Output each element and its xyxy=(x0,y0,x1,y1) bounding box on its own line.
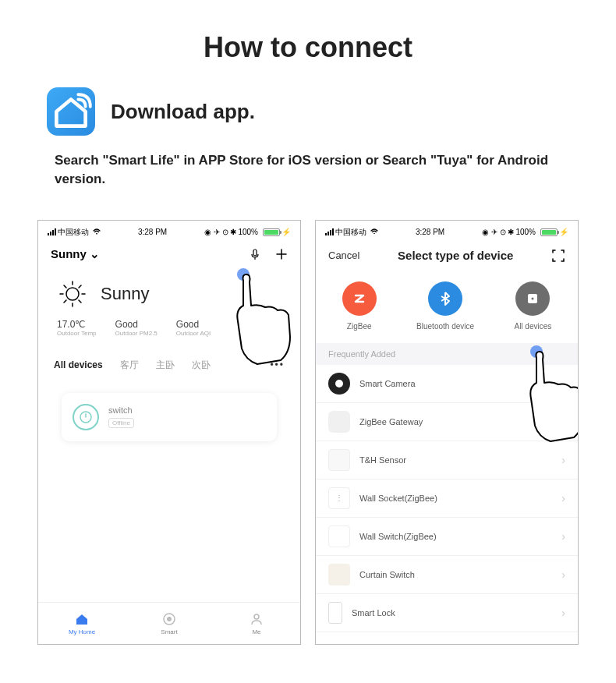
svg-point-18 xyxy=(532,297,534,299)
device-type-row: ZigBee Bluetooth device All devices xyxy=(316,272,578,343)
cancel-button[interactable]: Cancel xyxy=(328,249,359,261)
select-device-header: Cancel Select type of device xyxy=(316,244,578,272)
more-icon[interactable]: ••• xyxy=(270,359,285,370)
phone-screenshot-select-device: 中国移动 3:28 PM ◉ ✈ ⊙ ✱ 100% ⚡ Cancel Selec… xyxy=(315,220,579,645)
sun-icon xyxy=(57,278,88,310)
stat-value: 17.0℃ xyxy=(57,319,97,330)
svg-point-16 xyxy=(373,233,375,235)
weather-panel: Sunny 17.0℃ Outdoor Temp Good Outdoor PM… xyxy=(38,269,300,351)
microphone-icon[interactable] xyxy=(249,248,261,260)
stat-aqi: Good Outdoor AQI xyxy=(176,319,211,337)
charging-icon: ⚡ xyxy=(559,228,568,236)
header-title: Select type of device xyxy=(398,249,513,262)
device-status-badge: Offline xyxy=(108,418,134,428)
status-bar: 中国移动 3:28 PM ◉ ✈ ⊙ ✱ 100% ⚡ xyxy=(316,221,578,244)
instruction-text: Search "Smart Life" in APP Store for iOS… xyxy=(55,151,561,189)
list-item-th-sensor[interactable]: T&H Sensor › xyxy=(316,441,578,480)
type-label: ZigBee xyxy=(347,322,372,331)
device-card-switch[interactable]: switch Offline xyxy=(62,393,277,441)
wall-switch-icon xyxy=(328,526,350,547)
add-device-button[interactable] xyxy=(275,248,288,260)
stat-value: Good xyxy=(176,319,211,330)
bluetooth-icon xyxy=(428,281,462,316)
chevron-right-icon: › xyxy=(561,454,565,466)
switch-icon xyxy=(73,404,99,430)
bottom-nav: My Home Smart Me xyxy=(38,602,300,644)
room-tabs: All devices 客厅 主卧 次卧 ••• xyxy=(38,351,300,379)
location-label: Sunny xyxy=(51,247,87,260)
nav-smart[interactable]: Smart xyxy=(126,603,213,644)
list-item-wall-switch[interactable]: Wall Switch(ZigBee) › xyxy=(316,518,578,556)
stat-label: Outdoor PM2.5 xyxy=(115,330,158,337)
sensor-icon xyxy=(328,449,350,471)
page-root: How to connect Download app. Search "Sma… xyxy=(0,0,616,676)
battery-pct: 100% xyxy=(238,228,258,236)
tab-room-2[interactable]: 主卧 xyxy=(156,359,175,372)
status-bar: 中国移动 3:28 PM ◉ ✈ ⊙ ✱ 100% ⚡ xyxy=(38,221,300,244)
chevron-right-icon: › xyxy=(561,416,565,428)
signal-icon xyxy=(325,228,334,235)
status-left: 中国移动 xyxy=(48,227,101,238)
download-row: Download app. xyxy=(47,87,593,136)
list-item-zigbee-gateway[interactable]: ZigBee Gateway › xyxy=(316,403,578,441)
profile-icon xyxy=(249,611,264,627)
battery-pct: 100% xyxy=(515,228,536,236)
list-item-curtain-switch[interactable]: Curtain Switch › xyxy=(316,556,578,594)
signal-icon xyxy=(48,228,56,235)
home-header: Sunny ⌄ xyxy=(38,244,300,269)
curtain-icon xyxy=(328,564,350,586)
camera-icon xyxy=(328,373,350,395)
svg-line-7 xyxy=(64,285,66,288)
nav-me[interactable]: Me xyxy=(213,603,300,644)
location-dropdown[interactable]: Sunny ⌄ xyxy=(51,247,100,261)
chevron-right-icon: › xyxy=(561,568,565,581)
lock-icon xyxy=(328,602,342,624)
stat-label: Outdoor Temp xyxy=(57,330,97,337)
carrier-label: 中国移动 xyxy=(58,227,89,238)
nav-arrow-icon: ◉ ✈ ⊙ ✱ xyxy=(204,228,236,236)
svg-point-0 xyxy=(96,233,97,235)
smart-icon xyxy=(161,611,177,627)
type-all-devices[interactable]: All devices xyxy=(514,281,551,331)
status-time: 3:28 PM xyxy=(416,228,444,236)
phone-screenshot-home: 中国移动 3:28 PM ◉ ✈ ⊙ ✱ 100% ⚡ Sunny ⌄ xyxy=(37,220,301,645)
status-icons: ◉ ✈ ⊙ ✱ xyxy=(482,228,514,236)
nav-my-home[interactable]: My Home xyxy=(38,603,126,644)
svg-line-10 xyxy=(79,285,81,288)
status-left: 中国移动 xyxy=(325,227,378,238)
list-item-smart-lock[interactable]: Smart Lock › xyxy=(316,594,578,632)
svg-point-2 xyxy=(66,288,79,300)
status-right: ◉ ✈ ⊙ ✱ 100% ⚡ xyxy=(482,228,568,236)
list-label: Wall Switch(ZigBee) xyxy=(359,532,552,541)
svg-point-13 xyxy=(167,617,172,621)
scan-icon[interactable] xyxy=(551,249,565,263)
list-label: Wall Socket(ZigBee) xyxy=(359,494,552,503)
zigbee-icon xyxy=(342,281,377,316)
phones-container: 中国移动 3:28 PM ◉ ✈ ⊙ ✱ 100% ⚡ Sunny ⌄ xyxy=(23,220,593,645)
tab-all-devices[interactable]: All devices xyxy=(54,359,103,370)
list-item-smart-camera[interactable]: Smart Camera xyxy=(316,365,578,403)
wifi-icon xyxy=(93,228,101,236)
nav-label: My Home xyxy=(69,628,95,635)
list-label: T&H Sensor xyxy=(359,455,552,465)
list-label: ZigBee Gateway xyxy=(359,417,552,426)
frequently-added-header: Frequently Added xyxy=(316,343,578,365)
status-right: ◉ ✈ ⊙ ✱ 100% ⚡ xyxy=(204,228,291,236)
download-heading: Download app. xyxy=(111,100,255,124)
type-bluetooth[interactable]: Bluetooth device xyxy=(416,281,474,331)
svg-line-9 xyxy=(64,300,66,303)
home-icon xyxy=(74,611,90,627)
type-zigbee[interactable]: ZigBee xyxy=(342,281,377,331)
list-item-wall-socket[interactable]: ⋮ Wall Socket(ZigBee) › xyxy=(316,480,578,518)
device-name: switch xyxy=(108,405,134,415)
wifi-icon xyxy=(370,228,378,236)
stat-label: Outdoor AQI xyxy=(176,330,211,337)
type-label: All devices xyxy=(514,322,551,331)
socket-icon: ⋮ xyxy=(328,487,350,509)
type-label: Bluetooth device xyxy=(416,322,474,331)
app-icon xyxy=(47,87,95,136)
weather-condition: Sunny xyxy=(101,284,149,304)
svg-line-8 xyxy=(79,300,81,303)
tab-room-3[interactable]: 次卧 xyxy=(192,359,211,372)
tab-room-1[interactable]: 客厅 xyxy=(120,359,139,372)
